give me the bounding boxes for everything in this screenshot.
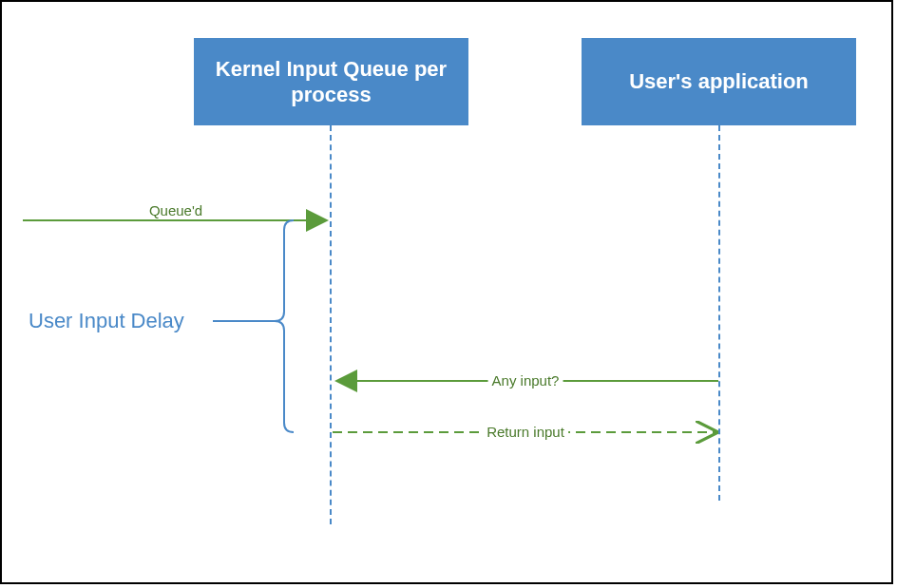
user-input-delay-bracket bbox=[213, 220, 294, 432]
participant-users-application: User's application bbox=[582, 38, 856, 125]
label-text: Any input? bbox=[492, 372, 560, 389]
message-any-input-label: Any input? bbox=[488, 372, 563, 389]
lifeline-kernel-queue bbox=[330, 125, 332, 524]
participant-kernel-input-queue: Kernel Input Queue per process bbox=[194, 38, 468, 125]
user-input-delay-label: User Input Delay bbox=[29, 309, 184, 333]
lifeline-user-app bbox=[718, 125, 720, 501]
participant-label: Kernel Input Queue per process bbox=[203, 56, 459, 108]
message-queued-label: Queue'd bbox=[149, 202, 202, 218]
message-return-input-label: Return input bbox=[483, 424, 568, 440]
label-text: Return input bbox=[487, 424, 564, 440]
label-text: User Input Delay bbox=[29, 309, 184, 332]
diagram-frame: Kernel Input Queue per process User's ap… bbox=[0, 0, 893, 584]
participant-label: User's application bbox=[629, 68, 809, 95]
label-text: Queue'd bbox=[149, 202, 202, 218]
